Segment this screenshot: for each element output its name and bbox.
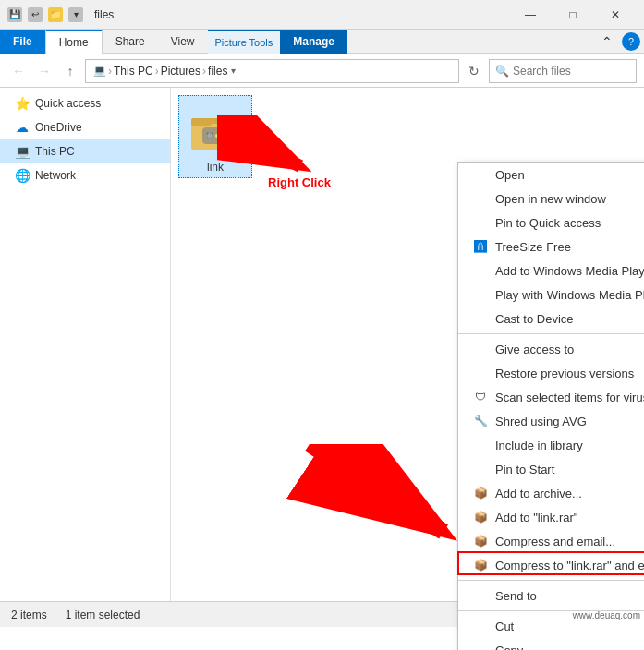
context-compress-link-email[interactable]: 📦 Compress to "link.rar" and email	[458, 553, 644, 577]
context-cast-device[interactable]: Cast to Device ▶	[458, 307, 644, 331]
folder-icon[interactable]: 📁	[48, 7, 63, 22]
right-click-label: Right Click	[268, 175, 331, 189]
minimize-button[interactable]: —	[509, 0, 552, 30]
refresh-button[interactable]: ↻	[463, 60, 485, 82]
close-button[interactable]: ✕	[594, 0, 637, 30]
restore-icon	[473, 366, 488, 380]
title-bar-icons: 💾 ↩ 📁 ▾	[7, 7, 83, 22]
context-pin-start[interactable]: Pin to Start	[458, 457, 644, 481]
sidebar-label-this-pc: This PC	[35, 145, 75, 158]
tab-view[interactable]: View	[158, 30, 208, 54]
context-pin-start-label: Pin to Start	[495, 463, 644, 476]
context-play-media-player[interactable]: Play with Windows Media Player	[458, 283, 644, 307]
sidebar: ⭐ Quick access ☁ OneDrive 💻 This PC 🌐 Ne…	[0, 88, 171, 601]
context-menu: Open Open in new window Pin to Quick acc…	[457, 162, 644, 650]
path-segment-files: files	[208, 65, 227, 78]
pin-start-icon	[473, 462, 488, 476]
sidebar-label-quick-access: Quick access	[35, 97, 101, 110]
file-item-link[interactable]: link	[178, 95, 252, 178]
context-open-label: Open	[495, 168, 644, 182]
context-add-media-player[interactable]: Add to Windows Media Player list	[458, 259, 644, 283]
context-add-link-rar[interactable]: 📦 Add to "link.rar"	[458, 505, 644, 529]
up-button[interactable]: ↑	[59, 60, 81, 82]
path-segment-thispc-label: This PC	[114, 65, 153, 78]
svg-rect-2	[191, 118, 212, 126]
context-copy-label: Copy	[495, 644, 644, 651]
undo-icon[interactable]: ↩	[28, 7, 43, 22]
give-access-icon	[473, 342, 488, 356]
window-title: files	[91, 8, 509, 21]
context-treesize[interactable]: 🅰 TreeSize Free	[458, 235, 644, 259]
context-open[interactable]: Open	[458, 162, 644, 187]
search-input[interactable]	[513, 65, 630, 78]
svg-point-9	[219, 136, 223, 139]
tab-manage[interactable]: Manage	[280, 30, 347, 54]
path-segment-thispc: 💻	[93, 65, 106, 77]
context-shred-avg[interactable]: 🔧 Shred using AVG	[458, 409, 644, 433]
search-icon: 🔍	[495, 65, 509, 78]
context-include-library-label: Include in library	[495, 439, 644, 452]
tab-share[interactable]: Share	[103, 30, 158, 54]
title-bar: 💾 ↩ 📁 ▾ files — □ ✕	[0, 0, 644, 30]
cut-icon	[473, 619, 488, 633]
send-to-icon	[473, 588, 488, 603]
separator-2	[458, 580, 644, 581]
sidebar-label-network: Network	[35, 169, 76, 182]
context-send-to[interactable]: Send to ▶	[458, 584, 644, 608]
context-compress-email[interactable]: 📦 Compress and email...	[458, 529, 644, 553]
separator-1	[458, 333, 644, 334]
sidebar-item-network[interactable]: 🌐 Network	[0, 163, 170, 187]
svg-rect-6	[206, 134, 213, 138]
svg-point-10	[215, 134, 219, 138]
pin-quick-access-icon	[473, 215, 488, 230]
sidebar-item-quick-access[interactable]: ⭐ Quick access	[0, 91, 170, 115]
save-icon[interactable]: 💾	[7, 7, 22, 22]
watermark: www.deuaq.com	[573, 610, 640, 620]
file-icon-link	[186, 100, 245, 159]
content-area: link Right Click Open Open in new window	[171, 88, 644, 601]
maximize-button[interactable]: □	[552, 0, 594, 30]
shred-icon: 🔧	[473, 414, 488, 428]
cast-icon	[473, 311, 488, 326]
ribbon-tabs: File Home Share View Picture Tools Manag…	[0, 30, 644, 54]
onedrive-icon: ☁	[15, 120, 30, 135]
dropdown-icon[interactable]: ▾	[68, 7, 83, 22]
sidebar-item-onedrive[interactable]: ☁ OneDrive	[0, 115, 170, 139]
tab-home[interactable]: Home	[45, 30, 103, 54]
svg-point-7	[219, 132, 223, 136]
context-pin-quick-access-label: Pin to Quick access	[495, 216, 644, 230]
search-box[interactable]: 🔍	[489, 59, 637, 83]
tab-picture-tools[interactable]: Picture Tools	[208, 30, 281, 54]
collapse-ribbon-button[interactable]: ⌃	[596, 32, 618, 51]
address-bar: ← → ↑ 💻 › This PC › Pictures › files ▾ ↻…	[0, 54, 644, 88]
context-restore-label: Restore previous versions	[495, 367, 644, 380]
context-send-to-label: Send to	[495, 589, 644, 603]
compress-email-icon: 📦	[473, 534, 488, 548]
back-button[interactable]: ←	[7, 60, 30, 82]
context-give-access[interactable]: Give access to ▶	[458, 337, 644, 361]
help-button[interactable]: ?	[622, 32, 640, 51]
forward-button[interactable]: →	[33, 60, 55, 82]
context-cut-label: Cut	[495, 620, 644, 633]
context-give-access-label: Give access to	[495, 343, 644, 356]
context-treesize-label: TreeSize Free	[495, 240, 644, 254]
ribbon-extra: ⌃ ?	[596, 30, 644, 53]
context-cast-label: Cast to Device	[495, 312, 644, 326]
context-compress-email-label: Compress and email...	[495, 535, 644, 548]
context-copy[interactable]: Copy	[458, 638, 644, 650]
context-restore-previous[interactable]: Restore previous versions	[458, 361, 644, 385]
sidebar-label-onedrive: OneDrive	[35, 121, 82, 134]
context-add-archive[interactable]: 📦 Add to archive...	[458, 481, 644, 505]
context-include-library[interactable]: Include in library ▶	[458, 433, 644, 457]
status-item-count: 2 items	[11, 608, 47, 621]
address-path[interactable]: 💻 › This PC › Pictures › files ▾	[85, 59, 459, 83]
tab-file[interactable]: File	[0, 30, 45, 54]
file-label-link: link	[207, 161, 224, 174]
sidebar-item-this-pc[interactable]: 💻 This PC	[0, 139, 170, 163]
context-pin-quick-access[interactable]: Pin to Quick access	[458, 211, 644, 235]
properties-arrow	[282, 444, 485, 555]
compress-link-email-icon: 📦	[473, 558, 488, 572]
path-chevron-icon: ▾	[231, 66, 236, 76]
context-open-new-window[interactable]: Open in new window	[458, 187, 644, 211]
context-scan-viruses[interactable]: 🛡 Scan selected items for viruses	[458, 385, 644, 409]
